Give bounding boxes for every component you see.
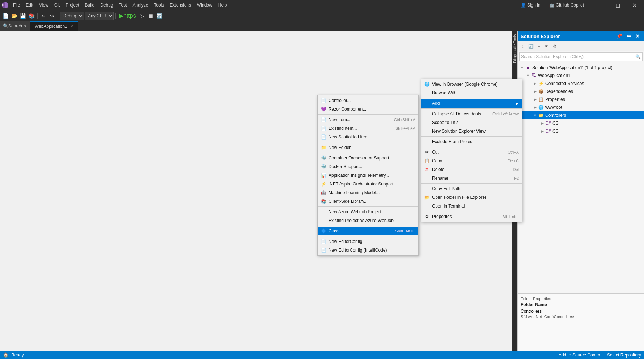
- cm-collapse-all[interactable]: Collapse All Descendants Ctrl+Left Arrow: [421, 110, 522, 118]
- add-docker-support[interactable]: 🐳 Docker Support...: [318, 162, 418, 171]
- add-existing-webjob[interactable]: Existing Project as Azure WebJob: [318, 216, 418, 225]
- menu-view[interactable]: View: [36, 1, 51, 9]
- cm-open-terminal[interactable]: Open in Terminal: [421, 202, 522, 210]
- sign-in-button[interactable]: 👤 Sign in: [518, 2, 543, 8]
- add-controller[interactable]: 📄 Controller...: [318, 96, 418, 105]
- add-new-folder-label: New Folder: [329, 145, 351, 150]
- menu-help[interactable]: Help: [215, 1, 230, 9]
- add-scaffolded-item[interactable]: 📄 New Scaffolded Item...: [318, 133, 418, 141]
- menu-extensions[interactable]: Extensions: [167, 1, 194, 9]
- se-sync-btn[interactable]: ↕: [519, 43, 526, 50]
- tree-cs-2[interactable]: ▶ C# CS: [518, 127, 644, 135]
- debug-config-dropdown[interactable]: Debug: [60, 12, 84, 20]
- cm-browse-with[interactable]: Browse With...: [421, 89, 522, 97]
- cm-browse-with-label: Browse With...: [432, 90, 460, 95]
- client-lib-icon: 📚: [321, 198, 326, 204]
- cm-copy-path[interactable]: Copy Full Path: [421, 184, 522, 193]
- minimize-button[interactable]: −: [593, 0, 609, 10]
- add-ml-model[interactable]: 🤖 Machine Learning Model...: [318, 188, 418, 197]
- menu-analyze[interactable]: Analyze: [130, 1, 151, 9]
- stop-btn[interactable]: ⏹: [147, 12, 155, 20]
- se-show-all-btn[interactable]: 👁: [543, 43, 550, 50]
- se-pin-btn[interactable]: 📌: [615, 33, 624, 40]
- cm-properties[interactable]: ⚙ Properties Alt+Enter: [421, 212, 522, 221]
- menu-edit[interactable]: Edit: [23, 1, 36, 9]
- expand-solution-icon: ▼: [519, 65, 525, 70]
- cm-new-se-view[interactable]: New Solution Explorer View: [421, 127, 522, 136]
- se-search-box[interactable]: Search Solution Explorer (Ctrl+;) 🔍: [519, 52, 643, 61]
- menu-debug[interactable]: Debug: [97, 1, 116, 9]
- save-all-btn[interactable]: 📚: [27, 12, 35, 20]
- cpu-dropdown[interactable]: Any CPU: [85, 12, 114, 20]
- tree-project[interactable]: ▼ 🏗 WebApplication1: [518, 72, 644, 80]
- tree-connected-services[interactable]: ▶ ⚡ Connected Services: [518, 80, 644, 87]
- source-control-btn[interactable]: Add to Source Control: [559, 352, 601, 358]
- se-filter-btn[interactable]: ⚙: [551, 43, 558, 50]
- add-new-folder[interactable]: 📁 New Folder: [318, 143, 418, 152]
- se-collapse-btn[interactable]: −: [535, 43, 542, 50]
- tab-close-btn[interactable]: ✕: [70, 24, 73, 29]
- cm-exclude[interactable]: Exclude From Project: [421, 137, 522, 146]
- cm-add[interactable]: Add ▶: [421, 99, 522, 108]
- add-editorconfig-ic[interactable]: 📄 New EditorConfig (IntelliCode): [318, 246, 418, 255]
- close-button[interactable]: ✕: [626, 0, 643, 10]
- add-aspire[interactable]: ⚡ .NET Aspire Orchestrator Support...: [318, 180, 418, 188]
- add-editorconfig[interactable]: 📄 New EditorConfig: [318, 237, 418, 246]
- menu-file[interactable]: File: [10, 1, 23, 9]
- add-new-item[interactable]: 📄 New Item... Ctrl+Shift+A: [318, 115, 418, 124]
- menu-window[interactable]: Window: [194, 1, 215, 9]
- add-razor-component[interactable]: 💜 Razor Component...: [318, 105, 418, 114]
- cm-scope-to-this[interactable]: Scope to This: [421, 118, 522, 127]
- search-tab[interactable]: 🔍 Search ▼: [0, 21, 30, 31]
- add-appinsights[interactable]: 📊 Application Insights Telemetry...: [318, 171, 418, 180]
- se-close-btn[interactable]: ✕: [634, 33, 641, 40]
- svg-marker-1: [5, 2, 8, 8]
- add-class[interactable]: 🔷 Class... Shift+Alt+C: [318, 227, 418, 235]
- github-copilot-button[interactable]: 🤖 GitHub Copilot: [546, 2, 587, 8]
- tree-cs-1[interactable]: ▶ C# CS: [518, 119, 644, 127]
- tree-properties[interactable]: ▶ 📋 Properties: [518, 95, 644, 103]
- restore-button[interactable]: ◻: [609, 0, 626, 10]
- controller-icon: 📄: [321, 98, 326, 103]
- toolbar: 📄 📂 💾 📚 ↩ ↪ Debug Any CPU ▶ https ▷ ⏹ 🔄: [0, 10, 644, 21]
- open-file-btn[interactable]: 📂: [10, 12, 18, 20]
- cm-rename[interactable]: Rename F2: [421, 174, 522, 183]
- add-azure-webjob[interactable]: New Azure WebJob Project: [318, 208, 418, 216]
- menu-project[interactable]: Project: [63, 1, 82, 9]
- cm-open-folder-label: Open Folder in File Explorer: [432, 195, 486, 200]
- restart-btn[interactable]: 🔄: [156, 12, 164, 20]
- menubar: File Edit View Git Project Build Debug T…: [0, 0, 644, 10]
- undo-btn[interactable]: ↩: [39, 12, 47, 20]
- cs2-label: CS: [552, 129, 643, 134]
- redo-btn[interactable]: ↪: [48, 12, 56, 20]
- active-tab[interactable]: WebApplication1 ✕: [30, 21, 78, 31]
- menu-tools[interactable]: Tools: [151, 1, 167, 9]
- menu-test[interactable]: Test: [116, 1, 130, 9]
- save-btn[interactable]: 💾: [19, 12, 27, 20]
- se-refresh-btn[interactable]: 🔄: [527, 43, 534, 50]
- repository-btn[interactable]: Select Repository: [607, 352, 641, 358]
- cm-open-folder[interactable]: 📂 Open Folder in File Explorer: [421, 193, 522, 202]
- tree-solution-root[interactable]: ▼ ■ Solution 'WebApplication1' (1 of 1 p…: [518, 64, 644, 72]
- run-button[interactable]: ▶ https: [118, 12, 137, 19]
- tree-controllers[interactable]: ▼ 📁 Controllers: [518, 111, 644, 119]
- class-icon: 🔷: [321, 228, 326, 234]
- tree-dependencies[interactable]: ▶ 📦 Dependencies: [518, 87, 644, 95]
- menu-build[interactable]: Build: [82, 1, 98, 9]
- expand-cs-icon: ▶: [532, 81, 538, 86]
- search-tab-label: Search: [8, 23, 22, 29]
- cm-delete[interactable]: ✕ Delete Del: [421, 165, 522, 174]
- cm-copy[interactable]: 📋 Copy Ctrl+C: [421, 157, 522, 165]
- menu-git[interactable]: Git: [51, 1, 63, 9]
- se-header-actions: 📌 ⬅ ✕: [615, 33, 641, 40]
- properties-icon: ⚙: [424, 214, 430, 219]
- tree-wwwroot[interactable]: ▶ 🌐 wwwroot: [518, 103, 644, 111]
- new-project-btn[interactable]: 📄: [1, 12, 9, 20]
- se-move-btn[interactable]: ⬅: [625, 33, 632, 40]
- cm-cut[interactable]: ✂ Cut Ctrl+X: [421, 148, 522, 157]
- run-without-debug-btn[interactable]: ▷: [138, 12, 146, 20]
- add-existing-item[interactable]: 📄 Existing Item... Shift+Alt+A: [318, 124, 418, 133]
- add-container-support[interactable]: 🐳 Container Orchestrator Support...: [318, 154, 418, 162]
- cm-view-in-browser[interactable]: 🌐 View in Browser (Google Chrome): [421, 80, 522, 89]
- add-client-library[interactable]: 📚 Client-Side Library...: [318, 197, 418, 206]
